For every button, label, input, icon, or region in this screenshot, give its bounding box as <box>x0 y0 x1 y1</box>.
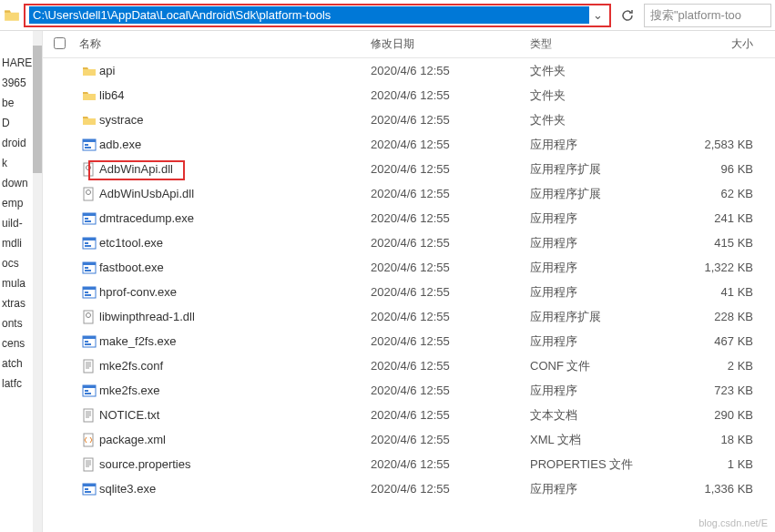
sidebar-scrollbar[interactable] <box>33 31 42 532</box>
table-row[interactable]: hprof-conv.exe2020/4/6 12:55应用程序41 KB <box>43 280 775 304</box>
table-row[interactable]: sqlite3.exe2020/4/6 12:55应用程序1,336 KB <box>43 476 775 501</box>
table-row[interactable]: source.properties2020/4/6 12:55PROPERTIE… <box>43 452 775 476</box>
file-size: 228 KB <box>667 310 775 323</box>
file-size: 290 KB <box>667 408 775 422</box>
table-row[interactable]: mke2fs.exe2020/4/6 12:55应用程序723 KB <box>43 378 775 403</box>
column-date[interactable]: 修改日期 <box>371 36 530 52</box>
address-bar[interactable]: C:\Users\dell1\AppData\Local\Android\Sdk… <box>24 4 611 27</box>
select-all-checkbox[interactable] <box>54 37 79 52</box>
svg-rect-21 <box>83 287 96 290</box>
table-row[interactable]: package.xml2020/4/6 12:55XML 文档18 KB <box>43 427 775 452</box>
xml-icon <box>79 433 99 447</box>
table-row[interactable]: libwinpthread-1.dll2020/4/6 12:55应用程序扩展2… <box>43 304 775 329</box>
file-type: 应用程序 <box>530 210 667 227</box>
file-date: 2020/4/6 12:55 <box>371 408 530 422</box>
sidebar: HARE3965beDdroidkdownempuild-mdliocsmula… <box>0 31 43 532</box>
file-name: api <box>99 64 371 77</box>
table-row[interactable]: lib642020/4/6 12:55文件夹 <box>43 83 775 107</box>
file-type: 应用程序扩展 <box>530 186 667 202</box>
file-name: dmtracedump.exe <box>99 211 371 225</box>
file-size: 96 KB <box>667 162 775 176</box>
file-name: hprof-conv.exe <box>99 285 371 299</box>
folder-icon <box>79 88 99 103</box>
txt-icon <box>79 457 99 472</box>
file-list: 名称 修改日期 类型 大小 api2020/4/6 12:55文件夹lib642… <box>43 31 775 532</box>
file-size: 723 KB <box>667 384 775 397</box>
file-date: 2020/4/6 12:55 <box>371 457 530 471</box>
txt-icon <box>79 408 99 423</box>
file-date: 2020/4/6 12:55 <box>371 162 530 176</box>
search-input[interactable]: 搜索"platform-too <box>644 4 771 27</box>
file-size: 1,322 KB <box>667 261 775 274</box>
file-type: 文本文档 <box>530 407 667 424</box>
table-row[interactable]: dmtracedump.exe2020/4/6 12:55应用程序241 KB <box>43 206 775 230</box>
table-row[interactable]: make_f2fs.exe2020/4/6 12:55应用程序467 KB <box>43 329 775 353</box>
txt-icon <box>79 359 99 373</box>
dll-icon <box>79 310 99 324</box>
table-row[interactable]: api2020/4/6 12:55文件夹 <box>43 58 775 83</box>
svg-rect-27 <box>83 336 96 339</box>
table-row[interactable]: fastboot.exe2020/4/6 12:55应用程序1,322 KB <box>43 255 775 280</box>
svg-rect-9 <box>83 213 96 216</box>
dll-icon <box>79 187 99 201</box>
file-name: NOTICE.txt <box>99 408 371 422</box>
svg-rect-29 <box>85 343 91 345</box>
exe-icon <box>79 285 99 300</box>
file-date: 2020/4/6 12:55 <box>371 334 530 348</box>
table-row[interactable]: mke2fs.conf2020/4/6 12:55CONF 文件2 KB <box>43 353 775 378</box>
svg-rect-2 <box>85 144 88 146</box>
file-size: 1 KB <box>667 457 775 471</box>
svg-rect-40 <box>85 488 88 490</box>
file-size: 2 KB <box>667 359 775 373</box>
table-row[interactable]: systrace2020/4/6 12:55文件夹 <box>43 107 775 132</box>
sidebar-scroll-thumb[interactable] <box>33 46 42 173</box>
table-row[interactable]: AdbWinUsbApi.dll2020/4/6 12:55应用程序扩展62 K… <box>43 181 775 206</box>
svg-rect-11 <box>85 220 91 222</box>
search-placeholder: 搜索"platform-too <box>650 7 741 24</box>
file-name: AdbWinUsbApi.dll <box>99 187 371 200</box>
table-row[interactable]: NOTICE.txt2020/4/6 12:55文本文档290 KB <box>43 403 775 427</box>
svg-rect-23 <box>85 294 91 296</box>
file-date: 2020/4/6 12:55 <box>371 310 530 323</box>
exe-icon <box>79 482 99 496</box>
svg-rect-13 <box>83 238 96 240</box>
file-date: 2020/4/6 12:55 <box>371 138 530 151</box>
file-size: 241 KB <box>667 211 775 225</box>
file-name: fastboot.exe <box>99 261 371 274</box>
column-name[interactable]: 名称 <box>79 36 371 52</box>
column-headers: 名称 修改日期 类型 大小 <box>43 31 775 58</box>
file-type: 应用程序 <box>530 235 667 251</box>
chevron-down-icon[interactable]: ⌄ <box>589 8 606 22</box>
svg-rect-14 <box>85 242 88 244</box>
file-size: 415 KB <box>667 236 775 250</box>
file-type: 文件夹 <box>530 87 667 104</box>
svg-rect-33 <box>85 390 88 392</box>
svg-rect-10 <box>85 218 88 220</box>
file-size: 41 KB <box>667 285 775 299</box>
svg-rect-41 <box>85 491 91 493</box>
address-path[interactable]: C:\Users\dell1\AppData\Local\Android\Sdk… <box>29 6 589 24</box>
folder-icon <box>4 7 20 24</box>
table-row[interactable]: adb.exe2020/4/6 12:55应用程序2,583 KB <box>43 132 775 157</box>
column-size[interactable]: 大小 <box>667 36 775 52</box>
file-date: 2020/4/6 12:55 <box>371 236 530 250</box>
folder-icon <box>79 113 99 128</box>
dll-icon <box>79 162 99 177</box>
file-type: 应用程序扩展 <box>530 309 667 325</box>
table-row[interactable]: AdbWinApi.dll2020/4/6 12:55应用程序扩展96 KB <box>43 157 775 181</box>
file-type: 文件夹 <box>530 112 667 128</box>
file-type: 应用程序扩展 <box>530 161 667 178</box>
file-type: CONF 文件 <box>530 358 667 374</box>
column-type[interactable]: 类型 <box>530 36 667 52</box>
svg-rect-1 <box>83 139 96 142</box>
file-type: 应用程序 <box>530 333 667 350</box>
table-row[interactable]: etc1tool.exe2020/4/6 12:55应用程序415 KB <box>43 230 775 255</box>
file-name: lib64 <box>99 88 371 102</box>
file-date: 2020/4/6 12:55 <box>371 64 530 77</box>
file-type: 文件夹 <box>530 63 667 79</box>
exe-icon <box>79 261 99 275</box>
file-date: 2020/4/6 12:55 <box>371 433 530 446</box>
exe-icon <box>79 384 99 398</box>
svg-rect-22 <box>85 292 88 293</box>
refresh-button[interactable] <box>615 4 640 27</box>
